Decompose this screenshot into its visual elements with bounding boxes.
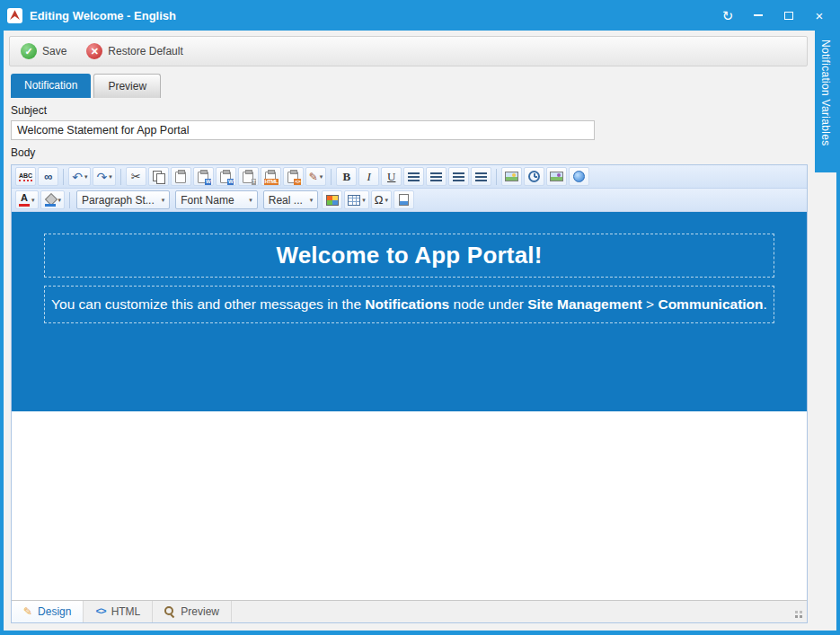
scissors-icon: ✂ (131, 170, 141, 183)
align-justify-button[interactable] (471, 167, 491, 186)
caret-down-icon: ▾ (249, 197, 252, 203)
mode-tab-html[interactable]: <> HTML (84, 601, 153, 622)
notification-variables-tab[interactable]: Notification Variables (815, 31, 836, 172)
caret-down-icon: ▾ (320, 173, 323, 180)
colored-table-icon (326, 195, 339, 206)
toolbar-separator (63, 169, 64, 185)
align-right-button[interactable] (448, 167, 469, 186)
close-button[interactable]: × (806, 4, 833, 26)
table-style-button[interactable] (322, 190, 342, 209)
background-color-button[interactable]: ▾ (40, 190, 66, 209)
right-rail: Notification Variables (811, 31, 836, 631)
command-toolbar: ✓ Save ✕ Restore Default (9, 36, 808, 66)
caret-down-icon: ▾ (58, 197, 62, 203)
welcome-banner: Welcome to App Portal! You can customize… (12, 212, 807, 411)
dialog-window: Editing Welcome - English ↻ × ✓ Save ✕ R… (0, 0, 840, 635)
restore-default-label: Restore Default (108, 45, 182, 57)
font-color-button[interactable]: A▾ (15, 190, 39, 209)
format-stripper-icon: ✎ (309, 171, 318, 183)
toolbar-separator (120, 169, 121, 185)
bold-icon: B (342, 170, 350, 184)
underline-button[interactable]: U (381, 167, 402, 186)
mode-tab-design[interactable]: ✎ Design (12, 601, 84, 622)
titlebar: Editing Welcome - English ↻ × (4, 0, 836, 31)
copy-button[interactable] (148, 167, 169, 186)
image-icon (505, 172, 518, 181)
editor-toolbar-row-2: A▾ ▾ Paragraph St...▾ Font Name▾ Real ..… (12, 189, 807, 212)
copy-icon (153, 171, 164, 183)
resize-grip[interactable] (800, 615, 802, 618)
window-title: Editing Welcome - English (30, 9, 176, 22)
image-manager-button[interactable] (501, 167, 522, 186)
paragraph-style-select[interactable]: Paragraph St...▾ (76, 190, 170, 209)
font-name-value: Font Name (181, 194, 242, 207)
mode-tab-preview[interactable]: Preview (153, 601, 232, 622)
tab-preview[interactable]: Preview (93, 74, 161, 98)
heading-block[interactable]: Welcome to App Portal! (44, 234, 774, 278)
paragraph-style-value: Paragraph St... (82, 194, 155, 207)
paste-from-word-clean-button[interactable]: W (216, 167, 236, 186)
editor-canvas[interactable]: Welcome to App Portal! You can customize… (12, 212, 807, 600)
caret-down-icon: ▾ (31, 197, 35, 203)
caret-down-icon: ▾ (362, 197, 366, 203)
content-column: ✓ Save ✕ Restore Default Notification Pr… (4, 31, 811, 631)
binoculars-icon: ∞ (44, 170, 52, 183)
paste-from-word-icon: W (198, 172, 208, 183)
design-tab-label: Design (38, 605, 71, 618)
insert-table-button[interactable]: ▾ (344, 190, 369, 209)
paste-button[interactable] (171, 167, 191, 186)
minimize-icon (754, 14, 763, 16)
caret-down-icon: ▾ (84, 173, 88, 180)
paste-plain-text-button[interactable]: T (238, 167, 259, 186)
font-color-icon: A (19, 193, 30, 207)
restore-cross-icon: ✕ (86, 43, 102, 59)
code-icon: <> (95, 606, 105, 617)
rich-text-editor: ABC ∞ ↶▾ ↷▾ ✂ W W T HTML <> ✎▾ B (11, 164, 808, 623)
spellcheck-icon: ABC (19, 172, 32, 181)
cut-button[interactable]: ✂ (126, 167, 146, 186)
refresh-button[interactable]: ↻ (714, 4, 741, 26)
snippet-page-icon (399, 194, 409, 206)
font-size-select[interactable]: Real ...▾ (263, 190, 319, 209)
maximize-button[interactable] (775, 4, 802, 26)
undo-button[interactable]: ↶▾ (68, 167, 91, 186)
paste-from-word-button[interactable]: W (193, 167, 214, 186)
font-name-select[interactable]: Font Name▾ (175, 190, 258, 209)
minimize-button[interactable] (745, 4, 772, 26)
caret-down-icon: ▾ (162, 197, 165, 203)
welcome-message: You can customize this and other message… (50, 296, 768, 313)
paste-icon (175, 172, 186, 183)
bold-button[interactable]: B (336, 167, 357, 186)
app-icon (7, 8, 22, 23)
find-replace-button[interactable]: ∞ (38, 167, 58, 186)
italic-button[interactable]: I (358, 167, 379, 186)
window-controls: ↻ × (714, 4, 833, 26)
tabstrip: Notification Preview (9, 74, 809, 98)
message-block[interactable]: You can customize this and other message… (44, 286, 774, 323)
underline-icon: U (387, 170, 395, 184)
insert-snippet-button[interactable] (393, 190, 414, 209)
toolbar-separator (496, 169, 497, 185)
save-label: Save (42, 45, 66, 57)
redo-button[interactable]: ↷▾ (93, 167, 115, 186)
align-left-button[interactable] (403, 167, 424, 186)
save-button[interactable]: ✓ Save (21, 43, 66, 59)
undo-icon: ↶ (72, 171, 83, 183)
paste-as-html-icon: HTML (265, 172, 276, 183)
hyperlink-manager-button[interactable] (569, 167, 589, 186)
pencil-icon: ✎ (23, 605, 32, 618)
paste-html-button[interactable]: <> (283, 167, 304, 186)
media-manager-button[interactable] (546, 167, 567, 186)
toolbar-separator (331, 169, 332, 185)
spellcheck-button[interactable]: ABC (15, 167, 36, 186)
paste-as-html-button[interactable]: HTML (261, 167, 281, 186)
align-center-button[interactable] (426, 167, 447, 186)
insert-date-button[interactable] (524, 167, 544, 186)
restore-default-button[interactable]: ✕ Restore Default (86, 43, 182, 59)
insert-symbol-button[interactable]: Ω▾ (371, 190, 392, 209)
subject-input[interactable] (11, 120, 595, 140)
tab-notification[interactable]: Notification (11, 74, 91, 98)
caret-down-icon: ▾ (310, 197, 314, 203)
welcome-heading: Welcome to App Portal! (50, 242, 768, 269)
format-stripper-button[interactable]: ✎▾ (305, 167, 327, 186)
